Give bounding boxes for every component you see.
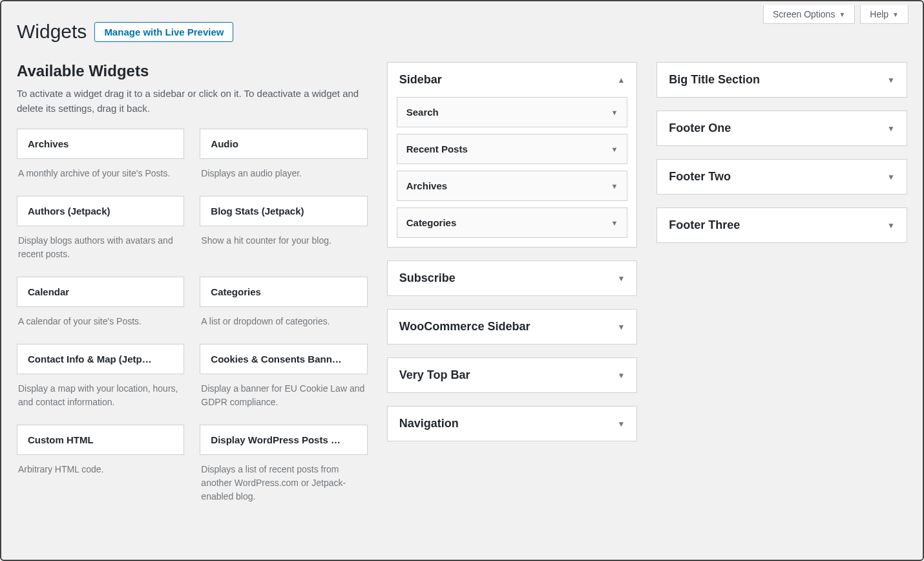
widget-area-header[interactable]: Sidebar▲ [388,63,637,97]
caret-down-icon: ▼ [611,145,618,153]
available-widget-desc: A calendar of your site's Posts. [17,307,184,337]
available-widget-categories[interactable]: Categories [200,277,367,307]
manage-live-preview-button[interactable]: Manage with Live Preview [94,22,233,42]
caret-down-icon: ▼ [611,219,618,227]
widget-area-header[interactable]: Subscribe▼ [388,261,637,295]
available-widget-desc: Displays an audio player. [200,159,367,189]
available-widget-desc: Display a map with your location, hours,… [17,374,184,418]
caret-down-icon: ▼ [892,11,899,18]
caret-down-icon: ▼ [887,221,895,230]
widget-area-title: Very Top Bar [399,368,470,382]
help-tab[interactable]: Help ▼ [860,5,908,24]
screen-options-label: Screen Options [773,9,835,19]
available-widget-desc: Display blogs authors with avatars and r… [17,226,184,270]
available-widget-contact-info-map-jetp[interactable]: Contact Info & Map (Jetp… [17,344,184,374]
available-widget-cookies-consents-bann[interactable]: Cookies & Consents Bann… [200,344,367,374]
placed-widget-archives[interactable]: Archives▼ [397,171,628,201]
caret-down-icon: ▼ [887,76,895,85]
widget-area-header[interactable]: Footer Two▼ [657,160,907,194]
help-label: Help [870,9,888,19]
placed-widget-title: Categories [406,217,457,228]
widget-area-subscribe: Subscribe▼ [387,260,638,296]
caret-down-icon: ▼ [617,419,625,429]
caret-down-icon: ▼ [617,371,625,380]
widget-area-footer-three: Footer Three▼ [656,207,907,243]
widget-area-header[interactable]: WooCommerce Sidebar▼ [388,310,637,344]
placed-widget-title: Recent Posts [406,143,468,154]
caret-down-icon: ▼ [887,173,895,182]
screen-options-tab[interactable]: Screen Options ▼ [763,5,855,24]
placed-widget-title: Search [406,107,439,118]
available-widget-desc: Displays a list of recent posts from ano… [200,455,367,513]
available-widgets-title: Available Widgets [17,62,368,80]
available-widget-custom-html[interactable]: Custom HTML [17,425,184,455]
widget-area-big-title-section: Big Title Section▼ [656,62,907,98]
available-widget-desc: Display a banner for EU Cookie Law and G… [200,374,367,418]
widget-area-navigation: Navigation▼ [387,406,638,441]
available-widget-desc: A monthly archive of your site's Posts. [17,159,184,189]
available-widget-desc: Show a hit counter for your blog. [200,226,367,257]
available-widget-archives[interactable]: Archives [17,129,184,159]
widget-area-woocommerce-sidebar: WooCommerce Sidebar▼ [387,309,638,344]
widget-area-title: Subscribe [399,271,456,285]
caret-down-icon: ▼ [617,274,625,283]
widget-area-body: Search▼Recent Posts▼Archives▼Categories▼ [388,97,637,247]
widget-area-footer-one: Footer One▼ [656,111,907,146]
caret-down-icon: ▼ [887,124,895,133]
widget-area-title: Footer One [669,122,731,135]
widget-area-header[interactable]: Footer One▼ [657,111,907,145]
widget-area-title: WooCommerce Sidebar [399,320,530,333]
widget-area-sidebar: Sidebar▲Search▼Recent Posts▼Archives▼Cat… [387,62,638,248]
caret-down-icon: ▼ [611,182,618,190]
widget-area-title: Footer Three [669,218,740,232]
available-widgets-desc: To activate a widget drag it to a sideba… [17,87,359,116]
placed-widget-categories[interactable]: Categories▼ [397,207,628,238]
available-widget-authors-jetpack[interactable]: Authors (Jetpack) [17,196,184,226]
widget-area-title: Sidebar [399,73,442,87]
available-widget-desc: Arbitrary HTML code. [17,455,184,485]
placed-widget-title: Archives [406,180,447,191]
widget-area-header[interactable]: Very Top Bar▼ [388,358,637,392]
placed-widget-search[interactable]: Search▼ [397,97,628,127]
caret-up-icon: ▲ [617,76,625,85]
widget-area-footer-two: Footer Two▼ [656,159,907,195]
placed-widget-recent-posts[interactable]: Recent Posts▼ [397,134,628,164]
widget-area-header[interactable]: Footer Three▼ [657,208,907,242]
widget-area-header[interactable]: Navigation▼ [388,407,637,441]
widget-area-title: Navigation [399,417,459,430]
caret-down-icon: ▼ [839,11,845,18]
caret-down-icon: ▼ [611,109,618,116]
widget-area-title: Footer Two [669,170,731,184]
available-widget-desc: A list or dropdown of categories. [200,307,367,337]
available-widget-display-wordpress-posts[interactable]: Display WordPress Posts … [200,425,367,455]
available-widget-calendar[interactable]: Calendar [17,277,184,307]
page-title: Widgets [17,21,87,43]
available-widget-audio[interactable]: Audio [200,129,367,159]
widget-area-title: Big Title Section [669,73,760,87]
widget-area-header[interactable]: Big Title Section▼ [657,63,907,97]
available-widget-blog-stats-jetpack[interactable]: Blog Stats (Jetpack) [200,196,367,226]
caret-down-icon: ▼ [617,323,625,332]
widget-area-very-top-bar: Very Top Bar▼ [387,357,638,393]
